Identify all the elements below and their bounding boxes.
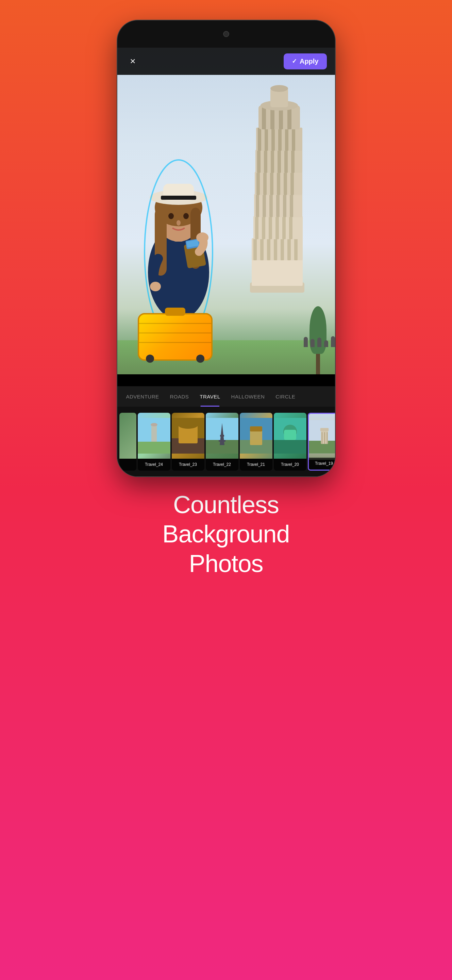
svg-rect-33 [264, 150, 267, 173]
thumbnail-strip: Travel_24 Travel_23 [117, 407, 335, 476]
suitcase-detail [139, 314, 211, 360]
svg-rect-18 [256, 194, 259, 217]
svg-rect-7 [281, 238, 284, 260]
thumb-partial-bg [119, 413, 136, 459]
bg-person-2 [311, 339, 315, 347]
svg-rect-25 [257, 172, 260, 195]
svg-rect-13 [269, 216, 272, 239]
background-people [304, 336, 335, 347]
phone-screen: × ✓ Apply [117, 48, 335, 476]
svg-point-60 [183, 213, 189, 219]
list-item[interactable]: Travel_21 [240, 413, 273, 471]
tab-roads[interactable]: ROADS [165, 386, 195, 407]
svg-point-74 [151, 423, 157, 426]
thumb-19-label: Travel_19 [309, 458, 335, 469]
svg-rect-5 [267, 238, 270, 260]
bg-person-4 [324, 340, 328, 347]
list-item[interactable]: Travel_24 [138, 413, 170, 471]
thumb-23-label: Travel_23 [172, 459, 205, 471]
thumb-22-label: Travel_22 [206, 459, 238, 471]
list-item[interactable]: Travel_22 [206, 413, 238, 471]
svg-rect-8 [287, 238, 291, 260]
suitcase-wheel-right [196, 355, 205, 363]
svg-rect-12 [262, 216, 265, 239]
svg-point-68 [196, 232, 208, 243]
thumb-21-label: Travel_21 [240, 459, 273, 471]
thumb-19-bg [309, 414, 335, 460]
svg-rect-27 [270, 172, 273, 195]
bottom-text-line2: Background [162, 519, 289, 549]
svg-rect-72 [138, 442, 170, 453]
svg-rect-36 [284, 150, 288, 173]
tree-trunk [316, 354, 320, 374]
svg-rect-97 [324, 432, 325, 444]
svg-rect-20 [270, 194, 273, 217]
svg-rect-96 [321, 432, 322, 444]
thumb-20-bg [274, 413, 306, 459]
svg-rect-42 [278, 127, 282, 151]
tab-travel[interactable]: TRAVEL [194, 386, 225, 407]
thumb-24-bg [138, 413, 170, 459]
svg-rect-89 [274, 440, 306, 453]
svg-rect-43 [285, 127, 289, 151]
tab-adventure[interactable]: ADVENTURE [121, 386, 165, 407]
svg-rect-11 [255, 216, 259, 239]
tab-circle[interactable]: CIRCLE [270, 386, 301, 407]
svg-rect-46 [262, 105, 266, 129]
svg-point-52 [270, 85, 288, 92]
svg-rect-35 [278, 150, 281, 173]
svg-rect-30 [290, 172, 294, 195]
list-item[interactable]: Travel_19 [308, 413, 335, 471]
close-icon: × [130, 56, 135, 66]
svg-point-69 [150, 282, 161, 291]
svg-rect-83 [219, 440, 225, 442]
svg-rect-37 [291, 150, 295, 173]
svg-rect-29 [284, 172, 287, 195]
bg-person-5 [331, 336, 335, 347]
svg-rect-3 [254, 238, 257, 260]
svg-rect-64 [161, 196, 196, 200]
list-item[interactable]: Travel_23 [172, 413, 205, 471]
svg-rect-95 [320, 428, 328, 431]
svg-rect-26 [263, 172, 266, 195]
bottom-text: Countless Background Photos [162, 490, 289, 578]
app-topbar: × ✓ Apply [117, 48, 335, 75]
thumb-22-bg [206, 413, 238, 459]
svg-rect-9 [294, 238, 298, 260]
thumb-21-bg [240, 413, 273, 459]
phone-frame: × ✓ Apply [117, 21, 335, 476]
svg-rect-1 [252, 259, 303, 286]
svg-point-59 [168, 213, 174, 219]
svg-rect-23 [290, 194, 293, 217]
bg-person-3 [317, 337, 321, 347]
svg-rect-32 [257, 150, 260, 173]
phone-wrapper: × ✓ Apply [117, 21, 335, 476]
thumb-24-label: Travel_24 [138, 459, 170, 471]
svg-rect-15 [282, 216, 286, 239]
svg-rect-4 [260, 238, 263, 260]
close-button[interactable]: × [125, 54, 140, 69]
svg-rect-41 [271, 127, 275, 151]
svg-point-61 [176, 220, 181, 226]
svg-rect-34 [271, 150, 274, 173]
svg-rect-39 [258, 127, 261, 151]
thumb-partial[interactable] [119, 413, 136, 471]
apply-button[interactable]: ✓ Apply [284, 53, 327, 69]
bg-person-1 [304, 337, 308, 347]
svg-rect-28 [277, 172, 280, 195]
bottom-text-line3: Photos [162, 549, 289, 578]
svg-rect-22 [283, 194, 286, 217]
list-item[interactable]: Travel_20 [274, 413, 306, 471]
tab-halloween[interactable]: HALLOWEEN [226, 386, 270, 407]
bottom-text-line1: Countless [162, 490, 289, 519]
main-photo-area [117, 48, 335, 374]
category-tabs: ADVENTURE ROADS TRAVEL HALLOWEEN CIRCLE [117, 386, 335, 407]
svg-rect-6 [274, 238, 277, 260]
svg-rect-40 [265, 127, 268, 151]
thumb-20-label: Travel_20 [274, 459, 306, 471]
svg-rect-21 [276, 194, 279, 217]
suitcase [138, 313, 213, 361]
phone-camera [223, 31, 229, 37]
svg-rect-14 [276, 216, 279, 239]
thumb-23-bg [172, 413, 205, 459]
